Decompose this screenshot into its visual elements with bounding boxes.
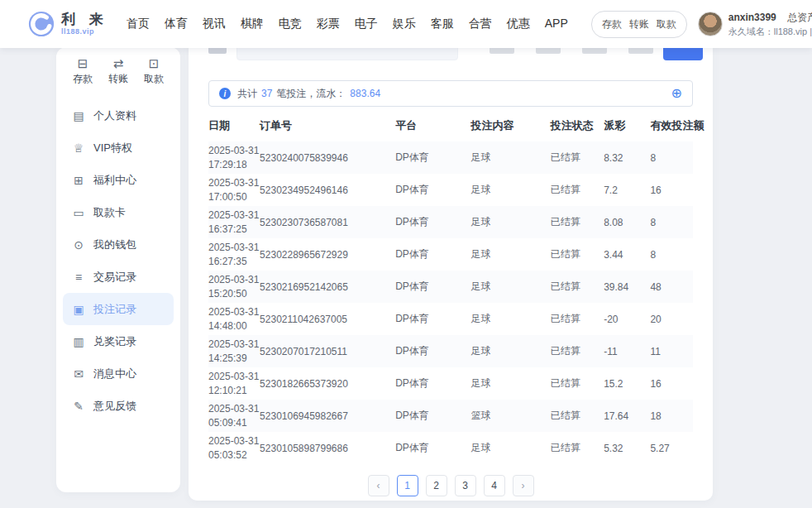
summary-bar: i 共计 37 笔投注，流水： 883.64 ⊕ [208, 80, 693, 107]
cell-valid-amount: 16 [650, 174, 693, 206]
table-row: 2025-03-31 14:25:39 5230207017210511 DP体… [208, 335, 693, 367]
summary-prefix: 共计 [237, 87, 257, 101]
cell-date: 2025-03-31 17:29:18 [208, 141, 260, 174]
brand-logo-icon [28, 11, 55, 37]
cell-valid-amount: 16 [650, 367, 693, 400]
nav-item[interactable]: 首页 [127, 13, 150, 35]
sidebar-menu-item[interactable]: ✎ 意见反馈 [63, 390, 174, 422]
sidebar-quick-actions: ⊟ 存款 ⇄ 转账 ⊡ 取款 [56, 54, 180, 86]
nav-item[interactable]: 客服 [431, 13, 454, 35]
sidebar-menu-item[interactable]: ▤ 个人资料 [63, 99, 174, 132]
cell-platform: DP体育 [395, 206, 470, 238]
cell-date: 2025-03-31 14:25:39 [208, 335, 260, 367]
cell-bet-content: 足球 [471, 271, 551, 303]
quick-action-label: 存款 [73, 72, 93, 86]
sidebar-menu: ▤ 个人资料 ♕ VIP特权 ⊞ 福利中心 ▭ 取款卡 ⊙ 我的钱包 [56, 99, 180, 422]
sidebar-menu-item[interactable]: ♕ VIP特权 [63, 132, 174, 164]
pagination-page-button[interactable]: 2 [426, 475, 447, 496]
pagination-page-button[interactable]: 1 [397, 475, 418, 496]
table-column-header: 投注状态 [551, 110, 604, 141]
nav-item[interactable]: 电子 [355, 13, 378, 35]
nav-item[interactable]: 棋牌 [241, 13, 264, 35]
sidebar-menu-item[interactable]: ≡ 交易记录 [63, 261, 174, 293]
table-row: 2025-03-31 16:27:35 5230228965672929 DP体… [208, 238, 693, 271]
cell-order-number: 5230230736587081 [260, 206, 395, 238]
quick-action-icon: ⊟ [78, 57, 88, 69]
nav-item[interactable]: 合营 [469, 13, 492, 35]
sidebar-menu-item[interactable]: ✉ 消息中心 [63, 357, 174, 390]
sidebar-item-label: 个人资料 [93, 108, 136, 123]
sidebar-item-icon: ≡ [72, 271, 85, 283]
cell-platform: DP体育 [395, 303, 470, 335]
wallet-pill-item[interactable]: 转账 [629, 17, 649, 31]
cell-payout: 5.32 [604, 432, 650, 464]
quick-action-label: 取款 [144, 72, 164, 86]
quick-action[interactable]: ⊟ 存款 [73, 57, 93, 86]
wallet-pill-item[interactable]: 存款 [602, 17, 622, 31]
cell-bet-status: 已结算 [551, 141, 604, 174]
sidebar-menu-item[interactable]: ▣ 投注记录 [63, 293, 174, 325]
cell-valid-amount: 8 [650, 206, 693, 238]
cell-bet-content: 足球 [471, 335, 551, 367]
quick-action[interactable]: ⊡ 取款 [144, 57, 164, 86]
cell-payout: -11 [604, 335, 650, 367]
sidebar-item-label: 交易记录 [93, 270, 136, 285]
nav-item[interactable]: 电竞 [279, 13, 302, 35]
cell-bet-status: 已结算 [551, 432, 604, 464]
nav-item[interactable]: APP [545, 13, 568, 35]
quick-action-label: 转账 [108, 72, 128, 86]
quick-action-icon: ⊡ [149, 57, 160, 69]
permanent-domain: 永久域名：ll188.vip | ll188.... [728, 25, 812, 39]
sidebar-item-label: 意见反馈 [93, 399, 136, 414]
pagination-prev-button[interactable]: ‹ [368, 475, 389, 496]
cell-order-number: 5230234952496146 [260, 174, 395, 206]
table-column-header: 有效投注额 [650, 110, 693, 141]
sidebar-menu-item[interactable]: ▭ 取款卡 [63, 196, 174, 228]
sidebar-menu-item[interactable]: ⊙ 我的钱包 [63, 228, 174, 261]
sidebar-item-icon: ⊞ [72, 175, 85, 186]
cell-platform: DP体育 [395, 335, 470, 367]
sidebar-item-label: 福利中心 [93, 173, 136, 188]
quick-action[interactable]: ⇄ 转账 [108, 57, 128, 86]
sidebar-menu-item[interactable]: ▥ 兑奖记录 [63, 325, 174, 357]
user-line-1: anxin3399 总资产： 1363.49元 [728, 10, 812, 25]
brand-logo[interactable]: 利 来 ll188.vip [28, 11, 108, 37]
cell-valid-amount: 11 [650, 335, 693, 367]
cell-payout: 8.32 [604, 141, 650, 174]
expand-plus-icon[interactable]: ⊕ [671, 87, 682, 100]
nav-item[interactable]: 彩票 [317, 13, 340, 35]
cell-date: 2025-03-31 12:10:21 [208, 367, 260, 400]
cell-date: 2025-03-31 15:20:50 [208, 271, 260, 303]
username: anxin3399 [728, 12, 776, 23]
pagination-page-button[interactable]: 3 [455, 475, 476, 496]
sidebar-item-icon: ♕ [72, 142, 85, 154]
cell-bet-content: 足球 [471, 303, 551, 335]
cell-bet-content: 足球 [471, 174, 551, 206]
nav-item[interactable]: 优惠 [507, 13, 530, 35]
table-header-row: 日期订单号平台投注内容投注状态派彩有效投注额 [208, 110, 693, 141]
cell-valid-amount: 5.27 [650, 432, 693, 464]
table-row: 2025-03-31 05:09:41 5230106945982667 DP体… [208, 400, 693, 432]
cell-payout: 3.44 [604, 238, 650, 271]
pagination: ‹ 1 2 3 4 › [208, 475, 693, 496]
sidebar-menu-item[interactable]: ⊞ 福利中心 [63, 164, 174, 196]
cell-platform: DP体育 [395, 174, 470, 206]
main-nav: 首页体育视讯棋牌电竞彩票电子娱乐客服合营优惠APP [127, 13, 568, 35]
summary-volume: 883.64 [350, 88, 380, 99]
nav-item[interactable]: 体育 [165, 13, 188, 35]
nav-item[interactable]: 娱乐 [393, 13, 416, 35]
table-row: 2025-03-31 17:00:50 5230234952496146 DP体… [208, 174, 693, 206]
cell-payout: 39.84 [604, 271, 650, 303]
cell-order-number: 5230211042637005 [260, 303, 395, 335]
table-row: 2025-03-31 15:20:50 5230216952142065 DP体… [208, 271, 693, 303]
nav-item[interactable]: 视讯 [203, 13, 226, 35]
sidebar-item-icon: ✉ [72, 368, 85, 380]
cell-order-number: 5230228965672929 [260, 238, 395, 271]
cell-bet-content: 足球 [471, 141, 551, 174]
pagination-next-button[interactable]: › [513, 475, 534, 496]
cell-bet-content: 足球 [471, 238, 551, 271]
avatar[interactable] [698, 12, 723, 36]
pagination-page-button[interactable]: 4 [484, 475, 505, 496]
cell-payout: -20 [604, 303, 650, 335]
wallet-pill-item[interactable]: 取款 [657, 17, 676, 31]
